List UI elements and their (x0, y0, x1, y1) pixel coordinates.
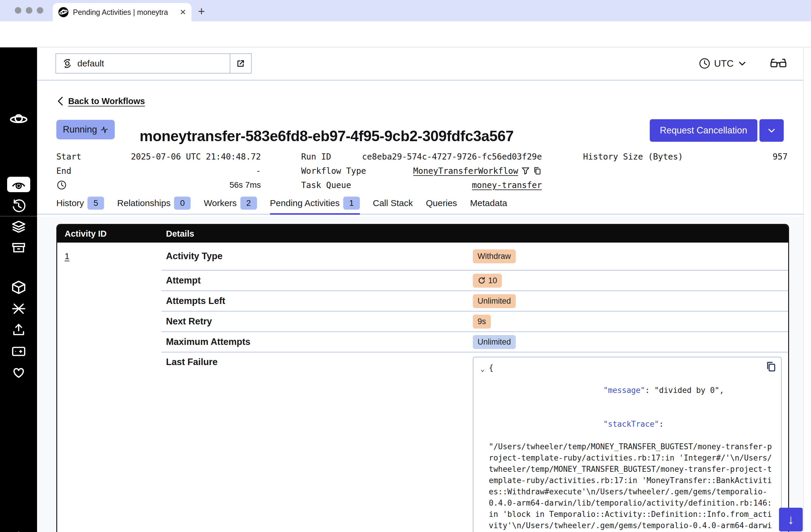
detail-row-next-retry: Next Retry 9s (162, 311, 788, 332)
filter-icon[interactable] (521, 166, 530, 175)
sidebar-divider (0, 216, 37, 216)
column-details: Details (162, 229, 788, 239)
nav-cube-icon[interactable] (0, 279, 37, 295)
tab-history-count: 5 (88, 197, 104, 210)
tab-pending-activities[interactable]: Pending Activities 1 (270, 195, 360, 214)
status-badge: Running (56, 120, 115, 139)
nav-batch-icon[interactable] (0, 219, 37, 235)
tab-pending-activities-count: 1 (343, 197, 360, 210)
timezone-selector[interactable]: UTC (699, 54, 747, 74)
pending-activities-table: Activity ID Details 1 Activity Type With… (56, 224, 789, 532)
chevron-left-icon (56, 96, 64, 106)
fold-chevron-icon[interactable]: ⌄ (476, 362, 489, 532)
last-failure-code-block: ⌄ { "message": "divided by 0", "stackTra… (473, 357, 782, 532)
traffic-light-minimize-icon[interactable] (26, 7, 32, 14)
theme-toggle-sun-icon[interactable] (0, 530, 37, 532)
tab-queries[interactable]: Queries (426, 195, 457, 214)
meta-label: End (56, 166, 72, 176)
column-activity-id: Activity ID (57, 229, 162, 239)
stack-trace-text: "/Users/twheeler/temp/MONEY_TRANSFER_BUG… (489, 441, 774, 532)
cancellation-menu-chevron-button[interactable] (760, 119, 784, 142)
workflow-summary: Back to Workflows Running moneytransfer-… (37, 81, 811, 216)
workflows-eye-icon (11, 178, 26, 191)
tab-metadata[interactable]: Metadata (470, 195, 507, 214)
meta-run-id-value: ce8eba29-574c-4727-9726-fc56ed03f29e (362, 152, 542, 162)
status-label: Running (63, 124, 97, 135)
meta-label: Workflow Type (301, 166, 366, 176)
tab-relationships-count: 0 (174, 197, 190, 210)
meta-label: Task Queue (301, 180, 351, 190)
code-line: { (489, 362, 774, 373)
browser-tabstrip: Pending Activities | moneytra ✕ + (0, 0, 811, 21)
tab-title: Pending Activities | moneytra (73, 8, 171, 17)
request-cancellation-button[interactable]: Request Cancellation (650, 119, 758, 142)
nav-import-icon[interactable] (0, 322, 37, 337)
traffic-light-zoom-icon[interactable] (37, 7, 43, 14)
code-line: "message": "divided by 0", (489, 373, 774, 407)
detail-row-activity-type: Activity Type Withdraw (162, 243, 788, 271)
code-line: "stackTrace": (489, 407, 774, 441)
duration-clock-icon (56, 180, 67, 191)
attempt-badge: 10 (473, 274, 502, 288)
workflow-type-link[interactable]: MoneyTransferWorkflow (413, 166, 518, 176)
back-link-label: Back to Workflows (68, 96, 145, 106)
tab-call-stack[interactable]: Call Stack (373, 195, 413, 214)
nav-labs-icon[interactable] (0, 344, 37, 360)
namespace-name: default (77, 58, 104, 69)
data-encoder-glasses-icon[interactable] (769, 55, 787, 71)
new-tab-button[interactable]: + (198, 5, 205, 18)
meta-label: Run ID (301, 152, 331, 162)
timezone-value: UTC (714, 58, 734, 69)
clock-icon (699, 58, 710, 70)
nav-workflows-active[interactable] (7, 177, 30, 192)
tab-history[interactable]: History 5 (56, 195, 104, 214)
detail-row-maximum-attempts: Maximum Attempts Unlimited (162, 332, 788, 353)
screen: Pending Activities | moneytra ✕ + localh… (0, 0, 811, 532)
nav-schedules-icon[interactable] (0, 198, 37, 213)
meta-duration-value: 56s 7ms (229, 180, 261, 190)
scroll-to-bottom-button[interactable]: ↓ (779, 508, 803, 531)
app-header: default UTC (37, 47, 811, 81)
chevron-down-icon (766, 125, 777, 136)
activity-id-link[interactable]: 1 (65, 252, 70, 261)
pending-activities-panel: Activity ID Details 1 Activity Type With… (37, 216, 811, 532)
heartbeat-pulse-icon (101, 125, 108, 134)
retry-icon (477, 276, 486, 285)
browser-scrollbar[interactable] (803, 47, 811, 532)
copy-icon[interactable] (765, 361, 777, 373)
meta-start-value: 2025-07-06 UTC 21:40:48.72 (131, 152, 261, 162)
nav-feedback-heart-icon[interactable] (0, 364, 37, 380)
namespace-icon (62, 58, 73, 69)
tab-close-icon[interactable]: ✕ (180, 8, 186, 16)
nav-asterisk-icon[interactable] (0, 301, 37, 317)
task-queue-link[interactable]: money-transfer (472, 180, 542, 190)
table-header: Activity ID Details (57, 225, 788, 243)
tab-relationships[interactable]: Relationships 0 (117, 195, 190, 214)
temporal-favicon-icon (58, 7, 69, 17)
maximum-attempts-badge: Unlimited (473, 335, 516, 349)
browser-toolbar: localhost:8080/namespaces/default/workfl… (0, 21, 811, 47)
meta-end-value: - (256, 166, 261, 176)
back-to-workflows-link[interactable]: Back to Workflows (56, 96, 145, 106)
tab-workers-count: 2 (240, 197, 257, 210)
namespace-external-link-button[interactable] (230, 54, 251, 73)
next-retry-badge: 9s (473, 315, 491, 329)
app-sidebar: 2.34.0 (0, 47, 37, 532)
browser-tab[interactable]: Pending Activities | moneytra ✕ (53, 3, 192, 21)
page-title: moneytransfer-583e6fd8-eb97-4f95-9cb2-30… (140, 127, 514, 145)
detail-row-last-failure: Last Failure ⌄ { (162, 353, 788, 532)
workflow-tabs: History 5 Relationships 0 Workers 2 Pend… (37, 195, 805, 215)
temporal-logo-icon[interactable] (0, 110, 37, 129)
nav-archive-icon[interactable] (0, 240, 37, 256)
copy-icon[interactable] (533, 166, 542, 175)
meta-history-size-value: 957 (772, 152, 787, 162)
table-row: 1 Activity Type Withdraw Attempt 10 (57, 243, 788, 532)
activity-type-badge: Withdraw (473, 249, 516, 263)
tab-workers[interactable]: Workers 2 (204, 195, 257, 214)
detail-row-attempt: Attempt 10 (162, 271, 788, 291)
traffic-light-close-icon[interactable] (15, 7, 21, 14)
meta-label: History Size (Bytes) (583, 152, 683, 162)
meta-label: Start (56, 152, 81, 162)
detail-row-attempts-left: Attempts Left Unlimited (162, 291, 788, 311)
namespace-selector[interactable]: default (56, 54, 252, 74)
